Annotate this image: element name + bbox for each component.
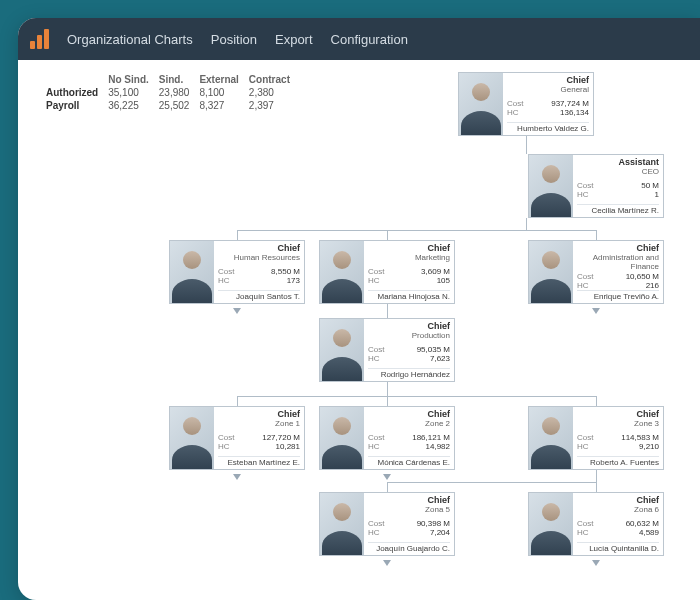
metric-label: Cost — [368, 267, 384, 276]
connector — [526, 136, 527, 154]
metric-label: HC — [218, 276, 230, 285]
node-dept: Zone 3 — [577, 419, 659, 428]
expand-arrow-icon[interactable] — [383, 560, 391, 566]
connector — [387, 230, 388, 240]
avatar — [170, 407, 214, 469]
metric-value: 216 — [646, 281, 659, 290]
metric-label: HC — [577, 281, 589, 290]
metric-label: HC — [507, 108, 519, 117]
org-node-marketing[interactable]: Chief Marketing Cost3,609 M HC105 Marian… — [319, 240, 455, 304]
metric-label: HC — [368, 354, 380, 363]
node-name: Joaquín Santos T. — [218, 290, 300, 301]
connector — [387, 304, 388, 318]
org-node-adminfin[interactable]: Chief Administration and Finance Cost10,… — [528, 240, 664, 304]
connector — [596, 470, 597, 482]
connector — [387, 382, 388, 396]
expand-arrow-icon[interactable] — [592, 560, 600, 566]
node-role: Chief — [218, 243, 300, 253]
nav-org-charts[interactable]: Organizational Charts — [67, 32, 193, 47]
metric-value: 105 — [437, 276, 450, 285]
metric-label: HC — [368, 528, 380, 537]
metric-value: 937,724 M — [551, 99, 589, 108]
node-dept: Zone 2 — [368, 419, 450, 428]
connector — [387, 482, 388, 492]
node-name: Rodrigo Hernández — [368, 368, 450, 379]
metric-value: 186,121 M — [412, 433, 450, 442]
node-dept: General — [507, 85, 589, 94]
metric-value: 1 — [655, 190, 659, 199]
node-role: Chief — [218, 409, 300, 419]
node-name: Roberto A. Fuentes — [577, 456, 659, 467]
avatar — [529, 241, 573, 303]
metric-label: Cost — [368, 345, 384, 354]
org-node-general[interactable]: Chief General Cost937,724 M HC136,134 Hu… — [458, 72, 594, 136]
node-name: Lucía Quintanilla D. — [577, 542, 659, 553]
avatar — [320, 493, 364, 555]
node-role: Chief — [368, 409, 450, 419]
node-role: Chief — [368, 321, 450, 331]
connector — [387, 396, 388, 406]
content-area: No Sind. Sind. External Contract Authori… — [18, 60, 700, 600]
node-role: Chief — [368, 495, 450, 505]
avatar — [320, 319, 364, 381]
org-node-zona5[interactable]: Chief Zona 5 Cost90,398 M HC7,204 Joaquí… — [319, 492, 455, 556]
topbar: Organizational Charts Position Export Co… — [18, 18, 700, 60]
node-role: Assistant — [577, 157, 659, 167]
node-dept: Zona 6 — [577, 505, 659, 514]
avatar — [529, 155, 573, 217]
connector — [596, 482, 597, 492]
node-role: Chief — [368, 243, 450, 253]
node-dept: Zona 5 — [368, 505, 450, 514]
metric-label: Cost — [507, 99, 523, 108]
metric-label: Cost — [218, 433, 234, 442]
expand-arrow-icon[interactable] — [233, 308, 241, 314]
connector — [237, 396, 596, 397]
node-name: Enrique Treviño A. — [577, 290, 659, 301]
connector — [237, 396, 238, 406]
metric-label: Cost — [577, 519, 593, 528]
node-name: Humberto Valdez G. — [507, 122, 589, 133]
node-dept: Production — [368, 331, 450, 340]
metric-value: 7,204 — [430, 528, 450, 537]
node-role: Chief — [507, 75, 589, 85]
node-name: Mariana Hinojosa N. — [368, 290, 450, 301]
expand-arrow-icon[interactable] — [592, 308, 600, 314]
avatar — [529, 493, 573, 555]
metric-value: 50 M — [641, 181, 659, 190]
connector — [526, 218, 527, 230]
org-node-production[interactable]: Chief Production Cost95,035 M HC7,623 Ro… — [319, 318, 455, 382]
node-dept: Marketing — [368, 253, 450, 262]
org-node-hr[interactable]: Chief Human Resources Cost8,550 M HC173 … — [169, 240, 305, 304]
expand-arrow-icon[interactable] — [233, 474, 241, 480]
org-node-zona6[interactable]: Chief Zona 6 Cost60,632 M HC4,589 Lucía … — [528, 492, 664, 556]
node-dept: Administration and Finance — [577, 253, 659, 271]
metric-label: Cost — [577, 433, 593, 442]
metric-value: 14,982 — [426, 442, 450, 451]
metric-value: 127,720 M — [262, 433, 300, 442]
app-window: Organizational Charts Position Export Co… — [18, 18, 700, 600]
nav-export[interactable]: Export — [275, 32, 313, 47]
org-node-zone2[interactable]: Chief Zone 2 Cost186,121 M HC14,982 Móni… — [319, 406, 455, 470]
node-name: Joaquín Guajardo C. — [368, 542, 450, 553]
metric-value: 8,550 M — [271, 267, 300, 276]
node-name: Esteban Martínez E. — [218, 456, 300, 467]
org-node-zone1[interactable]: Chief Zone 1 Cost127,720 M HC10,281 Este… — [169, 406, 305, 470]
metric-value: 173 — [287, 276, 300, 285]
org-node-assistant[interactable]: Assistant CEO Cost50 M HC1 Cecilia Martí… — [528, 154, 664, 218]
connector — [596, 230, 597, 240]
org-node-zone3[interactable]: Chief Zone 3 Cost114,583 M HC9,210 Rober… — [528, 406, 664, 470]
metric-label: Cost — [368, 433, 384, 442]
nav-configuration[interactable]: Configuration — [331, 32, 408, 47]
metric-value: 4,589 — [639, 528, 659, 537]
metric-label: Cost — [218, 267, 234, 276]
node-dept: CEO — [577, 167, 659, 176]
node-role: Chief — [577, 409, 659, 419]
expand-arrow-icon[interactable] — [383, 474, 391, 480]
nav-position[interactable]: Position — [211, 32, 257, 47]
metric-label: HC — [368, 276, 380, 285]
metric-value: 95,035 M — [417, 345, 450, 354]
metric-value: 114,583 M — [621, 433, 659, 442]
connector — [596, 396, 597, 406]
metric-label: HC — [577, 190, 589, 199]
node-name: Cecilia Martínez R. — [577, 204, 659, 215]
